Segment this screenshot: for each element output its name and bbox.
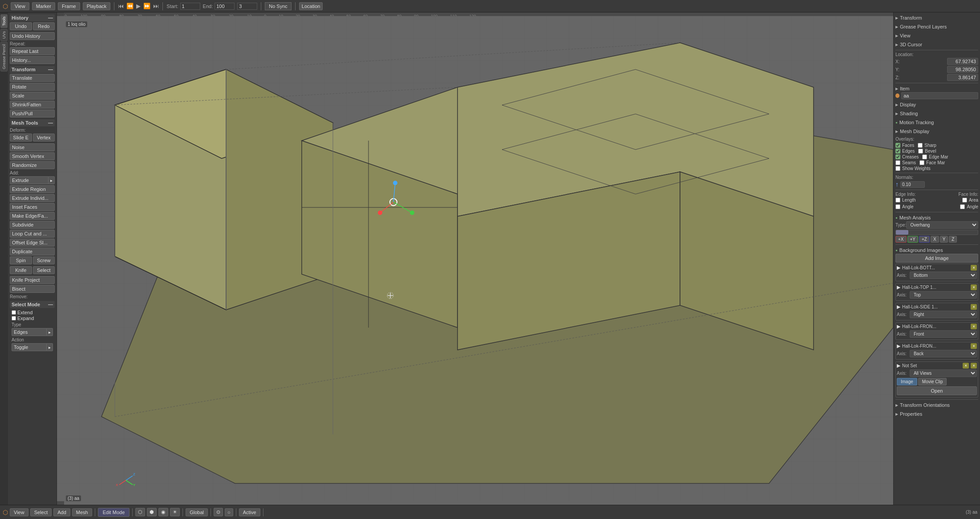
- subdivide-btn[interactable]: Subdivide: [10, 221, 55, 229]
- nosync-btn[interactable]: No Sync: [265, 2, 292, 10]
- bg-image-1-axis-select[interactable]: Top: [910, 291, 977, 299]
- r-mesh-analysis-header[interactable]: ● Mesh Analysis: [895, 214, 978, 221]
- repeat-last-btn[interactable]: Repeat Last: [10, 47, 55, 55]
- vertex-btn[interactable]: Vertex: [33, 134, 55, 142]
- frame-menu[interactable]: Frame: [58, 2, 80, 10]
- wire-shading-btn[interactable]: ⬡: [135, 508, 145, 516]
- r-display-header[interactable]: ▶ Display: [895, 101, 978, 108]
- r-z-value[interactable]: 3.86147: [947, 74, 978, 81]
- r-properties-header[interactable]: ▶ Properties: [895, 410, 978, 418]
- rendered-shading-btn[interactable]: ☀: [170, 508, 180, 516]
- length-checkbox[interactable]: [895, 198, 900, 203]
- r-item-header[interactable]: ▶ Item: [895, 85, 978, 92]
- bg-image-0-axis-select[interactable]: Bottom: [910, 272, 977, 279]
- bg-image-3-close[interactable]: ×: [971, 324, 977, 329]
- viewport[interactable]: -110-100-90-80-70-60-50-40-30-20-1001020…: [57, 12, 893, 505]
- add-image-btn[interactable]: Add Image: [895, 254, 978, 263]
- playback-menu[interactable]: Playback: [83, 2, 111, 10]
- angle2-checkbox[interactable]: [960, 204, 965, 209]
- r-cursor-header[interactable]: ▶ 3D Cursor: [895, 41, 978, 48]
- edit-mode-btn[interactable]: Edit Mode: [98, 508, 130, 517]
- global-btn[interactable]: Global: [186, 508, 208, 516]
- translate-btn[interactable]: Translate: [10, 74, 55, 82]
- bottom-view-btn[interactable]: View: [10, 508, 28, 516]
- axis-nx-btn[interactable]: X: [931, 236, 939, 243]
- r-transform-orient-header[interactable]: ▶ Transform Orientations: [895, 401, 978, 409]
- creases-checkbox[interactable]: [895, 154, 900, 159]
- location-btn[interactable]: Location: [299, 2, 323, 10]
- bg-image-3-axis-select[interactable]: Front: [910, 330, 977, 338]
- solid-shading-btn[interactable]: ⬢: [147, 508, 157, 516]
- current-frame-input[interactable]: [237, 3, 257, 10]
- smooth-vertex-btn[interactable]: Smooth Vertex: [10, 152, 55, 160]
- extrude-region-btn[interactable]: Extrude Region: [10, 185, 55, 193]
- not-set-close2[interactable]: ×: [971, 363, 977, 369]
- play-icon[interactable]: ▶: [136, 3, 141, 9]
- edges-checkbox[interactable]: [895, 149, 900, 154]
- history-dots-btn[interactable]: History...: [10, 56, 55, 64]
- next-keyframe-icon[interactable]: ⏩: [143, 3, 150, 9]
- side-tab-uvs[interactable]: UVs: [0, 29, 8, 41]
- axis-ny-btn[interactable]: Y: [940, 236, 948, 243]
- push-pull-btn[interactable]: Push/Pull: [10, 109, 55, 118]
- r-mesh-display-header[interactable]: ▶ Mesh Display: [895, 128, 978, 135]
- toggle-btn[interactable]: Toggle: [12, 343, 47, 351]
- axis-x-btn[interactable]: +X: [895, 236, 907, 243]
- transform-section-header[interactable]: Transform —: [10, 66, 55, 73]
- bg-image-1-close[interactable]: ×: [971, 284, 977, 290]
- randomize-btn[interactable]: Randomize: [10, 161, 55, 169]
- r-transform-header[interactable]: ▶ Transform: [895, 14, 978, 21]
- area-checkbox[interactable]: [962, 198, 967, 203]
- duplicate-btn[interactable]: Duplicate: [10, 247, 55, 255]
- bg-image-0-close[interactable]: ×: [971, 265, 977, 271]
- end-input[interactable]: [215, 3, 235, 10]
- bisect-btn[interactable]: Bisect: [10, 285, 55, 293]
- knife-project-btn[interactable]: Knife Project: [10, 276, 55, 284]
- noise-btn[interactable]: Noise: [10, 143, 55, 151]
- edge-mar-checkbox[interactable]: [922, 154, 927, 159]
- shrink-btn[interactable]: Shrink/Fatten: [10, 101, 55, 109]
- loop-cut-btn[interactable]: Loop Cut and ...: [10, 230, 55, 238]
- snap-btn[interactable]: ⊙: [214, 508, 223, 516]
- select-mode-section-header[interactable]: Select Mode —: [10, 301, 55, 308]
- r-x-value[interactable]: 67.92743: [947, 58, 978, 65]
- bg-image-4-close[interactable]: ×: [971, 343, 977, 349]
- active-btn[interactable]: Active: [239, 508, 260, 516]
- analysis-type-select[interactable]: Overhang: [906, 221, 978, 229]
- expand-checkbox[interactable]: [12, 316, 16, 320]
- knife-btn[interactable]: Knife: [10, 266, 32, 274]
- history-section-header[interactable]: History —: [10, 14, 55, 21]
- scale-btn[interactable]: Scale: [10, 92, 55, 100]
- side-tab-grease[interactable]: Grease Pencil: [0, 42, 8, 72]
- bottom-mesh-btn[interactable]: Mesh: [72, 508, 92, 516]
- bevel-checkbox[interactable]: [918, 149, 923, 154]
- prev-keyframe-icon[interactable]: ⏪: [126, 3, 134, 9]
- axis-z-btn[interactable]: +Z: [919, 236, 930, 243]
- start-input[interactable]: [180, 3, 200, 10]
- extrude-individ-btn[interactable]: Extrude Individ...: [10, 194, 55, 202]
- marker-menu[interactable]: Marker: [32, 2, 55, 10]
- make-edge-btn[interactable]: Make Edge/Fa...: [10, 212, 55, 220]
- axis-nz-btn[interactable]: Z: [949, 236, 957, 243]
- bottom-add-btn[interactable]: Add: [53, 508, 70, 516]
- extend-checkbox[interactable]: [12, 310, 16, 315]
- r-grease-header[interactable]: ▶ Grease Pencil Layers: [895, 23, 978, 30]
- select-btn[interactable]: Select: [33, 266, 55, 274]
- view-menu[interactable]: View: [11, 2, 29, 10]
- proportional-btn[interactable]: ○: [225, 508, 233, 516]
- bg-image-2-axis-select[interactable]: Right: [910, 311, 977, 318]
- rotate-btn[interactable]: Rotate: [10, 83, 55, 91]
- bg-image-2-close[interactable]: ×: [971, 304, 977, 310]
- bottom-select-btn[interactable]: Select: [30, 508, 52, 516]
- movieclip-btn[interactable]: Movie Clip: [918, 378, 947, 385]
- not-set-axis-select[interactable]: All Views: [910, 369, 977, 377]
- r-y-value[interactable]: 98.28050: [947, 66, 978, 73]
- slide-e-btn[interactable]: Slide E: [10, 134, 32, 142]
- last-frame-icon[interactable]: ⏭: [153, 3, 159, 9]
- extrude-btn[interactable]: Extrude: [10, 176, 49, 184]
- edges-type-btn[interactable]: Edges: [12, 328, 47, 336]
- image-btn[interactable]: Image: [897, 378, 917, 385]
- faces-checkbox[interactable]: [895, 143, 900, 148]
- undo-history-btn[interactable]: Undo History: [10, 32, 55, 40]
- record-icon[interactable]: ⏮: [118, 3, 124, 9]
